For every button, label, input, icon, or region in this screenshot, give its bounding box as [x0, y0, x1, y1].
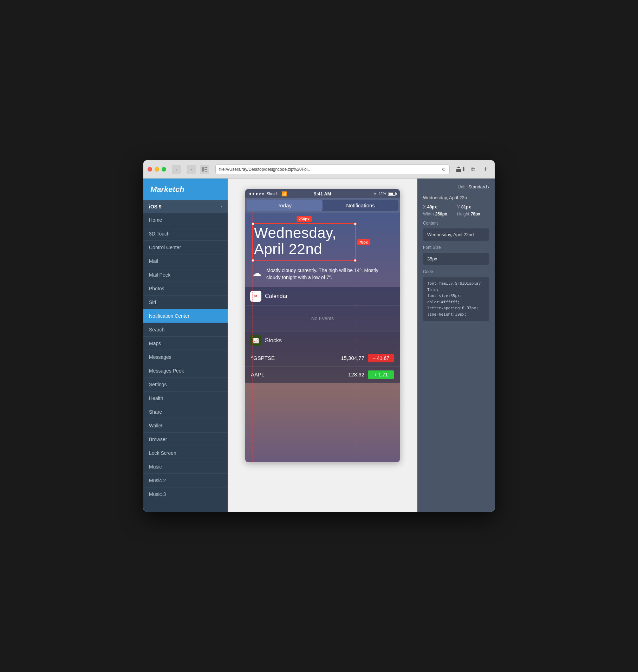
phone-content: 250px 78px Wednesday,April 22nd ☁ Mostly…	[245, 213, 400, 462]
sidebar-item-wallet[interactable]: Wallet	[143, 419, 228, 433]
sidebar-item-mail-peek[interactable]: Mail Peek	[143, 268, 228, 282]
sidebar-item-lock-screen[interactable]: Lock Screen	[143, 446, 228, 460]
stocks-title: Stocks	[265, 337, 282, 344]
sidebar-item-music[interactable]: Music	[143, 460, 228, 474]
battery-tip	[396, 193, 397, 195]
content-value: Wednesday, April 22nd	[423, 228, 489, 241]
tab-notifications[interactable]: Notifications	[323, 200, 398, 211]
stock-price-1: 128.62	[348, 371, 364, 377]
sidebar-item-share[interactable]: Share	[143, 405, 228, 419]
stock-price-0: 15,304,77	[341, 355, 364, 361]
status-time: 9:41 AM	[314, 191, 331, 196]
coord-y: Y 81px	[457, 205, 489, 209]
width-label: Width	[423, 212, 434, 217]
sidebar-item-home[interactable]: Home	[143, 213, 228, 227]
weather-section: ☁ Mostly cloudy currently. The high will…	[245, 264, 400, 287]
duplicate-button[interactable]: ⧉	[468, 164, 478, 174]
sidebar-item-music2[interactable]: Music 2	[143, 474, 228, 487]
sidebar-item-mail[interactable]: Mail	[143, 254, 228, 268]
cloud-icon: ☁	[252, 268, 261, 279]
y-value: 81px	[461, 205, 471, 209]
width-value: 250px	[435, 212, 447, 217]
sidebar-item-siri[interactable]: Siri	[143, 296, 228, 309]
rp-date: Wednesday, April 22n	[423, 195, 489, 200]
center-area: Sketch 📶 9:41 AM ✳ 42%	[228, 179, 417, 512]
height-label: Height	[457, 212, 469, 217]
battery-icon	[388, 192, 396, 196]
height-value: 78px	[471, 212, 480, 217]
svg-rect-2	[204, 169, 207, 170]
stock-row-1: AAPL 128.62 + 1,71	[245, 367, 400, 383]
unit-value: Standard	[468, 184, 487, 189]
signal-dot-3	[256, 193, 258, 195]
sidebar-item-music3[interactable]: Music 3	[143, 487, 228, 501]
sidebar-item-health[interactable]: Health	[143, 392, 228, 405]
status-bar: Sketch 📶 9:41 AM ✳ 42%	[245, 189, 400, 198]
date-header: Wednesday,April 22nd	[245, 213, 400, 264]
calendar-header: 31 Calendar	[245, 287, 400, 306]
sidebar-item-messages-peek[interactable]: Messages Peek	[143, 364, 228, 378]
stock-symbol-1: AAPL	[251, 371, 264, 377]
sidebar-item-3dtouch[interactable]: 3D Touch	[143, 227, 228, 241]
signal-dot-4	[259, 193, 261, 195]
sidebar-item-messages[interactable]: Messages	[143, 350, 228, 364]
svg-rect-3	[204, 171, 207, 172]
svg-rect-0	[202, 167, 204, 172]
stock-change-0: − 41.67	[368, 354, 394, 362]
sidebar-toggle-button[interactable]	[200, 165, 209, 174]
sidebar-item-notification-center[interactable]: Notification Center	[143, 309, 228, 323]
wifi-icon: 📶	[281, 191, 287, 196]
font-size-section-title: Font Size	[423, 245, 489, 250]
close-button[interactable]	[148, 167, 152, 172]
unit-selector-row: Unit: Standard ›	[423, 184, 489, 189]
battery-fill	[389, 193, 393, 195]
stock-change-1: + 1,71	[368, 370, 394, 379]
x-value: 48px	[427, 205, 437, 209]
ios-section-arrow-icon: ›	[221, 204, 222, 209]
sidebar-item-photos[interactable]: Photos	[143, 282, 228, 296]
titlebar-actions: ⬆ ⧉	[456, 164, 478, 174]
svg-rect-1	[204, 167, 207, 168]
minimize-button[interactable]	[155, 167, 159, 172]
url-bar[interactable]: file:///Users/ray/Desktop/designcode.zip…	[215, 164, 450, 174]
sidebar-brand: Marketch	[143, 179, 228, 200]
stocks-section: 📈 Stocks ^GSPTSE 15,304,77 − 41.67 AAPL	[245, 331, 400, 383]
sidebar-item-browser[interactable]: Browser	[143, 433, 228, 446]
brand-label: Marketch	[150, 185, 184, 194]
sidebar-item-settings[interactable]: Settings	[143, 378, 228, 392]
ios-section[interactable]: iOS 9 ›	[143, 200, 228, 213]
reload-icon[interactable]: ↻	[442, 167, 446, 172]
tab-today[interactable]: Today	[247, 200, 323, 211]
url-text: file:///Users/ray/Desktop/designcode.zip…	[219, 167, 312, 172]
coord-width: Width 250px	[423, 212, 455, 217]
stocks-header: 📈 Stocks	[245, 331, 400, 350]
maximize-button[interactable]	[162, 167, 166, 172]
coord-x: X 48px	[423, 205, 455, 209]
battery-pct: 42%	[378, 192, 386, 196]
back-button[interactable]: ‹	[172, 165, 181, 174]
font-size-value: 35px	[423, 253, 489, 265]
forward-button[interactable]: ›	[187, 165, 196, 174]
signal-dot-2	[253, 193, 254, 195]
y-label: Y	[457, 205, 460, 209]
main-content: Marketch iOS 9 › Home 3D Touch Control C…	[143, 179, 495, 512]
date-text: Wednesday,April 22nd	[254, 225, 391, 257]
share-button[interactable]: ⬆	[456, 164, 466, 174]
right-panel: Unit: Standard › Wednesday, April 22n X …	[417, 179, 495, 512]
code-section-title: Code	[423, 269, 489, 274]
stock-row-0: ^GSPTSE 15,304,77 − 41.67	[245, 350, 400, 367]
sidebar-item-control-center[interactable]: Control Center	[143, 241, 228, 254]
unit-chevron-icon[interactable]: ›	[488, 184, 489, 189]
add-tab-button[interactable]: +	[481, 164, 490, 174]
sidebar-item-maps[interactable]: Maps	[143, 337, 228, 350]
phone-container: Sketch 📶 9:41 AM ✳ 42%	[245, 189, 400, 462]
calendar-icon: 31	[250, 291, 261, 302]
signal-dot-5	[262, 193, 264, 195]
app-window: ‹ › file:///Users/ray/Desktop/designcode…	[143, 160, 495, 512]
x-label: X	[423, 205, 426, 209]
traffic-lights	[148, 167, 166, 172]
code-value: font-family:SFUIDisplay-Thin; font-size:…	[423, 277, 489, 321]
phone-frame: Sketch 📶 9:41 AM ✳ 42%	[245, 189, 400, 462]
unit-label: Unit:	[457, 184, 467, 189]
sidebar-item-search[interactable]: Search	[143, 323, 228, 337]
